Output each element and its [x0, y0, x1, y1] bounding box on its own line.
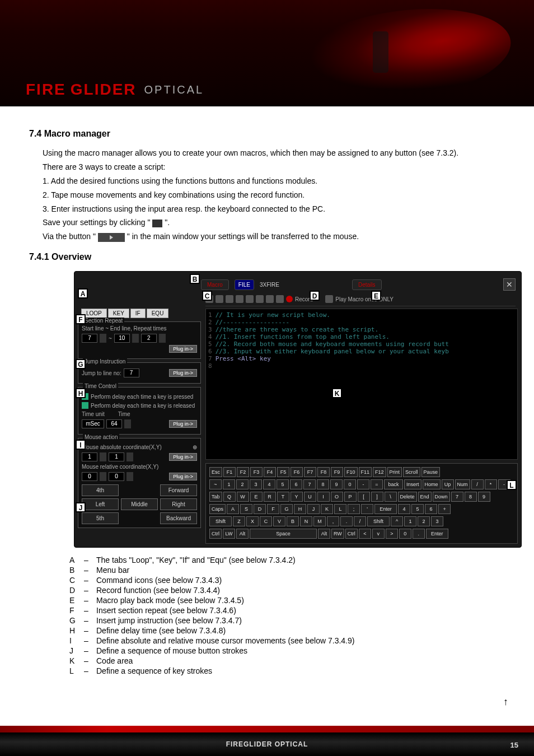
key-f6[interactable]: F6 [291, 467, 303, 477]
menu-file[interactable]: FILE [235, 279, 254, 290]
key-home[interactable]: Home [423, 479, 441, 489]
key-;[interactable]: ; [348, 504, 360, 514]
key-x[interactable]: X [246, 516, 259, 526]
key-ctrl[interactable]: Ctrl [209, 529, 222, 539]
key-~[interactable]: ~ [209, 479, 222, 489]
key-c[interactable]: C [260, 516, 272, 526]
key-*[interactable]: * [485, 479, 497, 489]
key-.[interactable]: . [340, 516, 353, 526]
key-n[interactable]: N [300, 516, 312, 526]
key-insert[interactable]: Insert [404, 479, 421, 489]
key-4[interactable]: 4 [263, 479, 275, 489]
key-e[interactable]: E [250, 492, 263, 502]
key-r[interactable]: R [264, 492, 276, 502]
key-shift[interactable]: Shift [209, 516, 232, 526]
key-1[interactable]: 1 [223, 479, 235, 489]
key-f8[interactable]: F8 [317, 467, 330, 477]
mouse-backward-button[interactable]: Backward [160, 512, 197, 524]
key-alt[interactable]: Alt [318, 529, 330, 539]
key-s[interactable]: S [240, 504, 252, 514]
time-value-input[interactable]: 64 [106, 419, 122, 428]
key-z[interactable]: Z [233, 516, 245, 526]
key-p[interactable]: P [344, 492, 357, 502]
key-w[interactable]: W [237, 492, 249, 502]
jump-plugin-button[interactable]: Plug in-> [169, 369, 197, 377]
key-alt[interactable]: Alt [236, 529, 249, 539]
key-^[interactable]: ^ [391, 516, 403, 526]
key-,[interactable]: , [327, 516, 339, 526]
scroll-top-button[interactable]: ↑ [503, 696, 508, 708]
abs-plugin-button[interactable]: Plug in-> [169, 453, 197, 461]
close-button[interactable]: ✕ [503, 278, 516, 291]
key-tab[interactable]: Tab [209, 492, 222, 502]
key--[interactable]: - [357, 479, 369, 489]
rel-y-input[interactable]: 0 [109, 472, 124, 481]
key-v[interactable]: v [372, 529, 385, 539]
redo-icon[interactable] [216, 295, 223, 303]
tab-if[interactable]: IF [130, 309, 146, 318]
key-f3[interactable]: F3 [250, 467, 263, 477]
end-line-input[interactable]: 10 [114, 334, 130, 343]
key-f12[interactable]: F12 [373, 467, 386, 477]
abs-y-input[interactable]: 1 [109, 452, 124, 461]
key-f10[interactable]: F10 [344, 467, 358, 477]
rel-plugin-button[interactable]: Plug in-> [169, 473, 197, 480]
key-up[interactable]: Up [442, 479, 454, 489]
key-print[interactable]: Print [387, 467, 402, 477]
mouse-5th-button[interactable]: 5th [82, 512, 119, 524]
key-0[interactable]: 0 [399, 529, 411, 539]
play-icon[interactable] [325, 295, 333, 303]
key-\[interactable]: \ [385, 492, 397, 502]
key-8[interactable]: 8 [465, 492, 477, 502]
key-3[interactable]: 3 [431, 516, 443, 526]
time-unit-select[interactable]: mSec [82, 419, 104, 428]
key-5[interactable]: 5 [277, 479, 289, 489]
key-l[interactable]: L [334, 504, 346, 514]
code-area[interactable]: 1// It is your new script below. 2//----… [205, 309, 518, 460]
key-f4[interactable]: F4 [264, 467, 276, 477]
rel-x-input[interactable]: 0 [82, 472, 97, 481]
tab-key[interactable]: KEY [108, 309, 129, 318]
key-t[interactable]: T [277, 492, 289, 502]
key-o[interactable]: O [331, 492, 343, 502]
key-f7[interactable]: F7 [304, 467, 316, 477]
key-6[interactable]: 6 [290, 479, 302, 489]
key-=[interactable]: = [371, 479, 383, 489]
menu-macro[interactable]: Macro [201, 279, 229, 290]
mouse-right-button[interactable]: Right [160, 498, 197, 510]
key-delete[interactable]: Delete [398, 492, 417, 502]
key-f9[interactable]: F9 [331, 467, 343, 477]
cut-icon[interactable] [226, 295, 233, 303]
key-1[interactable]: 1 [404, 516, 416, 526]
key-9[interactable]: 9 [478, 492, 490, 502]
key-m[interactable]: M [313, 516, 326, 526]
record-icon[interactable] [286, 296, 293, 302]
key-down[interactable]: Down [433, 492, 450, 502]
key-.[interactable]: . [413, 529, 425, 539]
paste-icon[interactable] [246, 295, 254, 303]
key-9[interactable]: 9 [330, 479, 343, 489]
spin-icon[interactable] [100, 334, 106, 343]
key-back[interactable]: back [384, 479, 403, 489]
copy-icon[interactable] [236, 295, 243, 303]
key-i[interactable]: I [317, 492, 330, 502]
key-caps[interactable]: Caps [209, 504, 226, 514]
key-b[interactable]: B [287, 516, 299, 526]
spin-icon[interactable] [127, 452, 133, 461]
key-2[interactable]: 2 [418, 516, 430, 526]
key-4[interactable]: 4 [398, 504, 410, 514]
key-rw[interactable]: RW [331, 529, 344, 539]
delay-release-checkbox[interactable] [82, 402, 88, 409]
menu-details[interactable]: Details [352, 279, 382, 290]
key-num[interactable]: Num [455, 479, 470, 489]
key-y[interactable]: Y [291, 492, 303, 502]
key->[interactable]: > [386, 529, 398, 539]
key-'[interactable]: ' [361, 504, 373, 514]
mouse-middle-button[interactable]: Middle [121, 498, 158, 510]
abs-x-input[interactable]: 1 [82, 452, 97, 461]
key-f2[interactable]: F2 [237, 467, 249, 477]
key-<[interactable]: < [359, 529, 371, 539]
key-][interactable]: ] [371, 492, 383, 502]
key-j[interactable]: J [307, 504, 320, 514]
spin-icon[interactable] [124, 419, 131, 428]
